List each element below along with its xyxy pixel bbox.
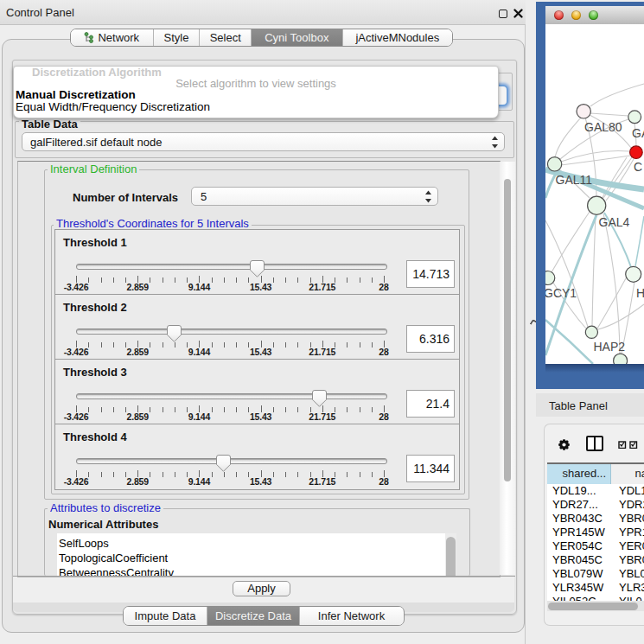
- svg-text:GAL11: GAL11: [556, 173, 593, 187]
- svg-text:HAP2: HAP2: [594, 340, 626, 354]
- svg-text:GCY1: GCY1: [545, 286, 577, 300]
- svg-text:GAL80: GAL80: [584, 120, 622, 134]
- svg-text:C: C: [634, 160, 642, 174]
- svg-text:H: H: [636, 286, 644, 300]
- svg-text:GA: GA: [632, 126, 644, 140]
- svg-text:GAL4: GAL4: [599, 215, 630, 229]
